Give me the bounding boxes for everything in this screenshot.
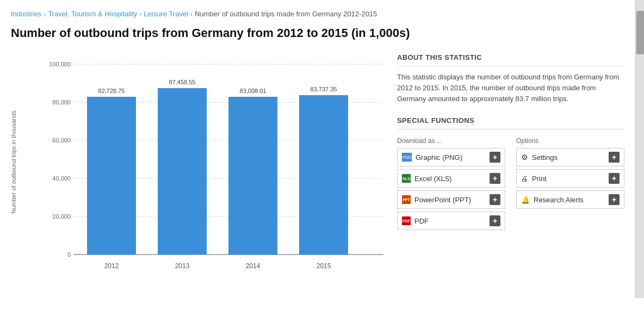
svg-text:2014: 2014 [246, 262, 261, 270]
scrollbar[interactable] [635, 0, 644, 298]
bar-chart: 100,000 80,000 60,000 40,000 20,000 0 82… [41, 53, 389, 287]
xls-plus-icon: + [490, 173, 500, 184]
download-label: Download as ... [397, 137, 505, 145]
options-column: Options ⚙ Settings + 🖨 Print [516, 137, 624, 233]
research-alerts-label: Research Alerts [534, 196, 584, 204]
settings-icon: ⚙ [521, 153, 528, 162]
svg-text:83,008.01: 83,008.01 [240, 88, 267, 94]
svg-text:80,000: 80,000 [52, 99, 71, 106]
breadcrumb-current: Number of outbound trips made from Germa… [195, 10, 377, 18]
bell-icon: 🔔 [521, 196, 530, 204]
ppt-icon: PPT [402, 195, 411, 204]
y-axis-label: Number of outbound trips in thousands [10, 110, 17, 214]
alerts-plus-icon: + [609, 194, 620, 205]
download-png-label: Graphic (PNG) [416, 153, 462, 162]
download-column: Download as ... PNG Graphic (PNG) + XLS [397, 137, 505, 233]
chart-container: Number of outbound trips in thousands [11, 53, 381, 287]
options-label: Options [516, 137, 624, 145]
sidebar: ABOUT THIS STATISTIC This statistic disp… [397, 53, 624, 233]
breadcrumb-sep-2: › [139, 10, 141, 18]
special-functions-title: SPECIAL FUNCTIONS [397, 116, 624, 129]
content-row: Number of outbound trips in thousands [11, 53, 624, 287]
chart-area: Number of outbound trips in thousands [41, 53, 400, 287]
download-options: Download as ... PNG Graphic (PNG) + XLS [397, 137, 624, 233]
bar-2014 [228, 97, 277, 255]
svg-text:2013: 2013 [175, 262, 190, 270]
pdf-icon: PDF [402, 216, 411, 225]
breadcrumb: Industries › Travel, Tourism & Hospitali… [11, 10, 624, 18]
download-ppt-label: PowerPoint (PPT) [414, 196, 471, 204]
breadcrumb-leisure[interactable]: Leisure Travel [144, 10, 188, 18]
download-png-button[interactable]: PNG Graphic (PNG) + [397, 148, 505, 166]
svg-text:83,737.35: 83,737.35 [311, 86, 337, 92]
svg-text:100,000: 100,000 [49, 61, 71, 67]
download-pdf-label: PDF [414, 217, 429, 225]
breadcrumb-sep-3: › [190, 10, 193, 18]
breadcrumb-travel[interactable]: Travel, Tourism & Hospitality [48, 10, 137, 18]
about-text: This statistic displays the number of ou… [397, 72, 624, 104]
bar-2015 [299, 95, 348, 255]
settings-button[interactable]: ⚙ Settings + [516, 148, 624, 166]
download-xls-label: Excel (XLS) [414, 175, 452, 183]
page-title: Number of outbound trips from Germany fr… [11, 26, 624, 41]
settings-label: Settings [532, 153, 558, 162]
svg-text:87,458.55: 87,458.55 [169, 79, 196, 85]
png-plus-icon: + [490, 152, 500, 163]
breadcrumb-sep-1: › [44, 10, 46, 18]
about-title: ABOUT THIS STATISTIC [397, 53, 624, 66]
svg-text:2012: 2012 [104, 262, 119, 270]
print-icon: 🖨 [521, 175, 528, 183]
svg-text:60,000: 60,000 [52, 137, 71, 144]
research-alerts-button[interactable]: 🔔 Research Alerts + [516, 190, 624, 209]
xls-icon: XLS [402, 174, 411, 183]
svg-text:20,000: 20,000 [52, 213, 71, 220]
download-ppt-button[interactable]: PPT PowerPoint (PPT) + [397, 190, 505, 209]
breadcrumb-industries[interactable]: Industries [11, 10, 41, 18]
download-pdf-button[interactable]: PDF PDF + [397, 212, 505, 230]
png-icon: PNG [402, 153, 412, 162]
settings-plus-icon: + [609, 152, 620, 163]
print-label: Print [532, 175, 547, 183]
download-xls-button[interactable]: XLS Excel (XLS) + [397, 169, 505, 188]
ppt-plus-icon: + [490, 194, 500, 205]
y-axis-label-container: Number of outbound trips in thousands [8, 53, 19, 271]
bar-2012 [87, 97, 136, 255]
svg-text:40,000: 40,000 [52, 175, 71, 182]
bar-2013 [158, 88, 207, 255]
print-plus-icon: + [609, 173, 620, 184]
scrollbar-thumb[interactable] [636, 11, 644, 54]
svg-text:0: 0 [67, 251, 71, 258]
svg-text:2015: 2015 [317, 262, 331, 270]
svg-text:82,728.75: 82,728.75 [98, 88, 125, 94]
pdf-plus-icon: + [490, 215, 500, 226]
print-button[interactable]: 🖨 Print + [516, 169, 624, 188]
